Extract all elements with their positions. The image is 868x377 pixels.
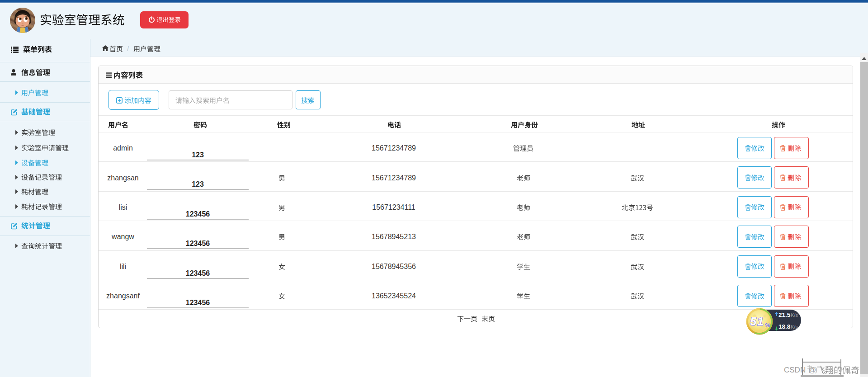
svg-text:K/s: K/s	[791, 324, 798, 330]
svg-text:18.8: 18.8	[778, 323, 791, 330]
svg-text:21.5: 21.5	[778, 311, 791, 318]
svg-text:51: 51	[750, 315, 764, 328]
svg-text:%: %	[765, 322, 770, 329]
svg-text:K/s: K/s	[791, 312, 798, 318]
